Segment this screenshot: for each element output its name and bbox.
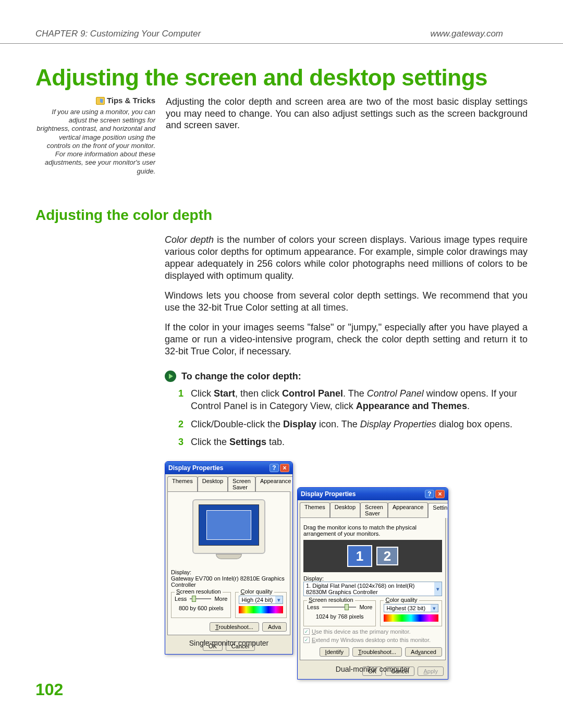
resolution-value: 1024 by 768 pixels (307, 613, 372, 620)
display-properties-dual: Display Properties ? × Themes Desktop Sc… (297, 487, 448, 680)
rainbow-icon (239, 606, 283, 613)
intro-paragraph: Adjusting the color depth and screen are… (166, 96, 528, 176)
identify-button[interactable]: Identify (320, 647, 349, 657)
procedure-title: To change the color depth: (181, 371, 301, 382)
display-label: Display: (303, 575, 442, 582)
tab-screen-saver[interactable]: Screen Saver (360, 502, 388, 517)
tab-desktop[interactable]: Desktop (330, 502, 360, 517)
chapter-label: CHAPTER 9: Customizing Your Computer (35, 29, 201, 39)
site-url: www.gateway.com (430, 29, 503, 39)
display-label: Display: (171, 569, 287, 575)
monitor-layout[interactable]: 1 2 (303, 540, 442, 572)
color-quality-select[interactable]: Highest (32 bit)▾ (384, 604, 438, 612)
close-icon[interactable]: × (280, 464, 289, 472)
monitor-1-icon[interactable]: 1 (347, 545, 372, 567)
tab-desktop[interactable]: Desktop (198, 476, 228, 491)
tab-themes[interactable]: Themes (167, 476, 198, 491)
tab-bar: Themes Desktop Screen Saver Appearance S… (298, 500, 448, 517)
tab-appearance[interactable]: Appearance (255, 476, 293, 491)
section-heading: Adjusting the color depth (35, 207, 528, 224)
primary-monitor-checkbox: ✓Use this device as the primary monitor. (303, 628, 442, 635)
drag-instruction: Drag the monitor icons to match the phys… (303, 524, 442, 537)
help-icon[interactable]: ? (270, 464, 279, 472)
troubleshoot-button[interactable]: Troubleshoot... (210, 622, 259, 632)
monitor-preview-icon (187, 499, 271, 567)
step-2: Click/Double-click the Display icon. The… (180, 418, 528, 430)
tips-heading: Tips & Tricks (107, 96, 155, 106)
display-value: Gateway EV700 on Intel(r) 82810E Graphic… (171, 575, 287, 588)
troubleshoot-button[interactable]: Troubleshoot... (352, 647, 402, 657)
window-title: Display Properties (301, 490, 356, 498)
paragraph-3: If the color in your images seems "false… (165, 322, 528, 357)
color-quality-select[interactable]: High (24 bit)▾ (239, 596, 283, 604)
tab-themes[interactable]: Themes (300, 502, 330, 517)
resolution-slider[interactable]: Less More (307, 604, 372, 610)
tips-body: If you are using a monitor, you can adju… (35, 108, 155, 176)
close-icon[interactable]: × (435, 490, 445, 498)
paragraph-2: Windows lets you choose from several col… (165, 290, 528, 314)
window-title: Display Properties (168, 464, 223, 472)
tab-bar: Themes Desktop Screen Saver Appearance S… (165, 474, 292, 491)
monitor-2-icon[interactable]: 2 (376, 547, 398, 565)
tab-settings[interactable]: Settings (428, 503, 448, 518)
tips-icon (96, 97, 105, 105)
tips-sidebar: Tips & Tricks If you are using a monitor… (35, 96, 155, 176)
resolution-value: 800 by 600 pixels (175, 605, 227, 611)
caption-single: Single-monitor computer (165, 639, 293, 647)
arrow-icon (165, 371, 176, 382)
resolution-slider[interactable]: Less More (175, 596, 227, 602)
page-number: 102 (35, 680, 63, 699)
help-icon[interactable]: ? (425, 490, 434, 498)
step-3: Click the Settings tab. (180, 436, 528, 448)
tab-appearance[interactable]: Appearance (388, 502, 428, 517)
extend-desktop-checkbox[interactable]: ✓Extend my Windows desktop onto this mon… (303, 637, 442, 643)
paragraph-1: Color depth is the number of colors your… (165, 234, 528, 282)
step-1: Click Start, then click Control Panel. T… (180, 387, 528, 413)
page-title: Adjusting the screen and desktop setting… (35, 65, 528, 91)
tab-screen-saver[interactable]: Screen Saver (228, 476, 255, 491)
caption-dual: Dual-monitor computer (297, 665, 448, 673)
advanced-button[interactable]: Advanced (405, 647, 442, 657)
steps-list: Click Start, then click Control Panel. T… (165, 387, 528, 448)
display-select[interactable]: 1. Digital Flat Panel (1024x768) on Inte… (303, 582, 442, 596)
advanced-button[interactable]: Adva (262, 622, 287, 632)
rainbow-icon (384, 614, 438, 622)
display-properties-single: Display Properties ? × Themes Desktop Sc… (165, 461, 293, 655)
